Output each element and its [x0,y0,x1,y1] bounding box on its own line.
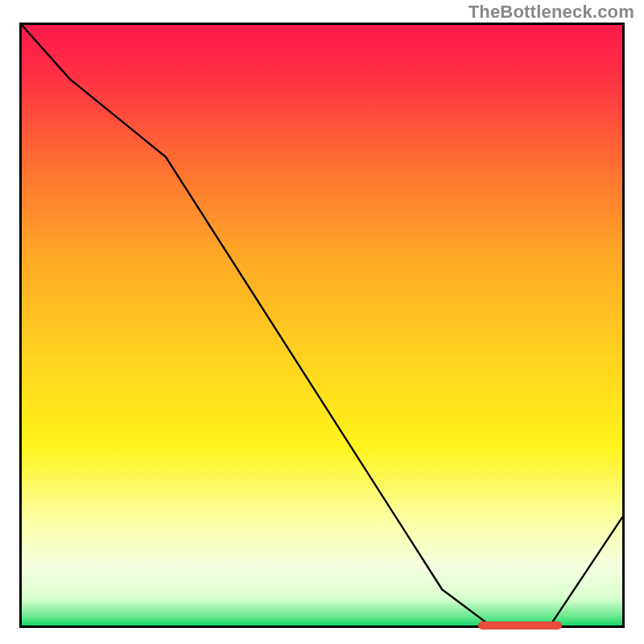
chart-frame [19,23,625,628]
watermark-text: TheBottleneck.com [469,2,634,23]
chart-surface [22,25,622,625]
optimal-range-marker [478,621,562,630]
chart-background [22,25,622,625]
